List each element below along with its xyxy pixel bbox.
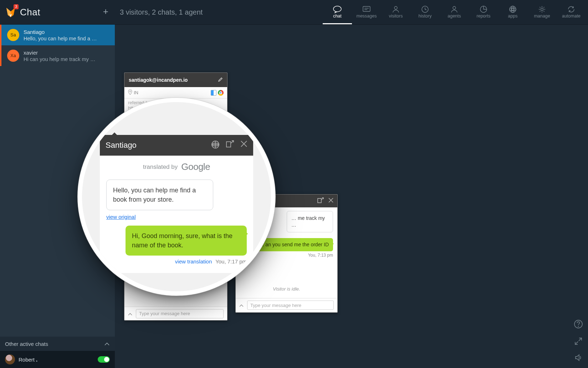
notification-badge: 3 bbox=[14, 4, 19, 9]
brand-title: Chat bbox=[20, 7, 40, 18]
visitor-email: santiagok@incandpen.io bbox=[129, 77, 188, 83]
svg-point-13 bbox=[129, 91, 131, 92]
outbound-message: Hi, Good morning, sure, what is the name… bbox=[126, 226, 247, 256]
chat-entry-xavier[interactable]: Xa xavier Hi can you help me track my … bbox=[0, 45, 115, 66]
outbound-message: … an you send me the order ID bbox=[255, 238, 333, 251]
history-icon bbox=[421, 5, 429, 14]
chat-name: Santiago bbox=[24, 29, 97, 36]
brand-zone: 3 Chat + bbox=[0, 0, 115, 24]
svg-point-9 bbox=[510, 6, 516, 12]
nav-apps[interactable]: apps bbox=[498, 0, 527, 24]
nav-label: automate bbox=[562, 14, 581, 19]
nav-messages[interactable]: messages bbox=[352, 0, 381, 24]
popout-icon[interactable] bbox=[317, 197, 324, 205]
nav-label: agents bbox=[448, 14, 461, 19]
nav-manage[interactable]: manage bbox=[527, 0, 557, 24]
agent-status-bar: Robert ▴ bbox=[0, 351, 115, 368]
inbound-message: … me track my … bbox=[287, 211, 333, 232]
svg-rect-1 bbox=[363, 6, 370, 11]
pin-icon bbox=[128, 89, 132, 96]
nav-label: chat bbox=[333, 14, 342, 19]
nav-agents[interactable]: agents bbox=[440, 0, 469, 24]
magnifier-lens: Santiago translated by Google Hello, you… bbox=[82, 102, 271, 291]
chevron-up-icon[interactable] bbox=[128, 311, 132, 317]
close-icon[interactable] bbox=[240, 140, 247, 150]
chat-preview: Hello, you can help me find a … bbox=[24, 36, 97, 41]
message-input[interactable] bbox=[136, 309, 224, 318]
close-icon[interactable] bbox=[328, 197, 334, 205]
nav-label: manage bbox=[534, 14, 550, 19]
svg-point-4 bbox=[394, 6, 397, 9]
globe-icon[interactable] bbox=[211, 140, 220, 150]
chevron-up-icon[interactable] bbox=[239, 302, 244, 308]
online-toggle[interactable] bbox=[98, 356, 110, 363]
chat-preview: Hi can you help me track my … bbox=[24, 56, 95, 62]
message-timestamp: You, 7:13 pm bbox=[240, 253, 333, 258]
visitors-icon bbox=[392, 5, 400, 14]
fox-logo: 3 bbox=[5, 6, 16, 18]
finder-icon bbox=[211, 90, 216, 96]
visitor-country: IN bbox=[134, 90, 138, 95]
view-original-link[interactable]: view original bbox=[106, 214, 136, 220]
agent-name: Robert bbox=[19, 357, 35, 363]
avatar: Sa bbox=[7, 29, 19, 41]
main-nav: chat messages visitors history agents re… bbox=[323, 0, 588, 24]
chat-meta: Santiago Hello, you can help me find a … bbox=[24, 29, 97, 41]
nav-label: apps bbox=[508, 14, 517, 19]
idle-notice: Visitor is idle. bbox=[240, 258, 333, 296]
messages-icon bbox=[362, 5, 371, 14]
message-timestamp: You, 7:17 pm bbox=[215, 258, 247, 264]
nav-label: messages bbox=[357, 14, 377, 19]
other-active-label: Other active chats bbox=[5, 341, 48, 347]
message-text: Hello, you can help me find a book from … bbox=[113, 187, 196, 203]
nav-chat[interactable]: chat bbox=[323, 0, 352, 24]
expand-icon[interactable] bbox=[574, 337, 582, 347]
svg-point-8 bbox=[512, 8, 514, 10]
inbound-message: Hello, you can help me find a book from … bbox=[106, 180, 213, 210]
help-icon[interactable] bbox=[574, 319, 583, 330]
message-text: Hi, Good morning, sure, what is the name… bbox=[132, 232, 232, 249]
nav-visitors[interactable]: visitors bbox=[381, 0, 410, 24]
translation-attribution: translated by Google bbox=[106, 161, 247, 172]
nav-label: visitors bbox=[389, 14, 403, 19]
translated-by-label: translated by bbox=[143, 163, 178, 171]
agent-name-button[interactable]: Robert ▴ bbox=[19, 357, 37, 363]
add-chat-button[interactable]: + bbox=[103, 6, 108, 17]
svg-point-16 bbox=[578, 326, 578, 326]
avatar: Xa bbox=[7, 50, 19, 62]
visitor-summary: 3 visitors, 2 chats, 1 agent bbox=[120, 8, 203, 16]
chat-bubble-icon bbox=[333, 5, 342, 14]
edit-icon[interactable] bbox=[218, 77, 223, 83]
popout-icon[interactable] bbox=[226, 140, 234, 150]
view-translation-link[interactable]: view translation bbox=[175, 258, 212, 264]
reports-icon bbox=[480, 5, 487, 14]
chat-entry-santiago[interactable]: Sa Santiago Hello, you can help me find … bbox=[0, 25, 115, 45]
svg-rect-19 bbox=[226, 142, 231, 147]
chat-list: Sa Santiago Hello, you can help me find … bbox=[0, 25, 115, 66]
nav-reports[interactable]: reports bbox=[469, 0, 498, 24]
nav-label: history bbox=[419, 14, 432, 19]
agent-avatar bbox=[5, 354, 15, 364]
triangle-up-icon: ▴ bbox=[35, 359, 37, 362]
pointer-triangle-icon bbox=[111, 128, 118, 136]
message-text: … me track my … bbox=[291, 215, 325, 228]
apps-icon bbox=[509, 5, 517, 14]
browser-icons bbox=[211, 90, 224, 96]
chevron-up-icon bbox=[104, 341, 110, 347]
top-bar: 3 Chat + 3 visitors, 2 chats, 1 agent ch… bbox=[0, 0, 588, 25]
outbound-meta: view translation You, 7:17 pm bbox=[106, 258, 247, 264]
support-shortcuts bbox=[574, 319, 583, 363]
svg-point-12 bbox=[541, 8, 543, 10]
message-input[interactable] bbox=[247, 301, 334, 310]
svg-point-6 bbox=[453, 6, 456, 9]
nav-history[interactable]: history bbox=[410, 0, 440, 24]
other-active-chats-bar[interactable]: Other active chats bbox=[0, 337, 115, 351]
volume-icon[interactable] bbox=[574, 354, 582, 363]
automate-icon bbox=[567, 5, 575, 14]
visitor-info-row: IN bbox=[124, 87, 227, 99]
lens-chat-body: translated by Google Hello, you can help… bbox=[100, 156, 253, 273]
chat-meta: xavier Hi can you help me track my … bbox=[24, 49, 95, 62]
chat-name: xavier bbox=[24, 49, 95, 56]
google-logo-text: Google bbox=[181, 161, 210, 172]
nav-automate[interactable]: automate bbox=[557, 0, 586, 24]
